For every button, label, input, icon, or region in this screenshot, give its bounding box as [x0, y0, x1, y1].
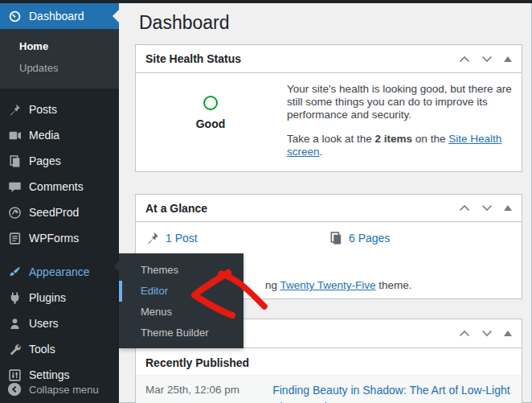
- comment-bubble-icon: [6, 179, 23, 195]
- move-up-icon[interactable]: [459, 204, 470, 212]
- sidebar-item-seedprod[interactable]: SeedProd: [0, 199, 119, 225]
- site-health-panel-header[interactable]: Site Health Status: [136, 45, 522, 73]
- wrench-icon: [6, 341, 23, 357]
- wordpress-admin-window: Dashboard Home Updates Posts Media: [0, 0, 532, 403]
- sidebar-item-media[interactable]: Media: [0, 122, 119, 148]
- sidebar-item-label: Users: [29, 317, 59, 330]
- panel-controls: [459, 56, 512, 63]
- move-down-icon[interactable]: [481, 330, 493, 337]
- move-up-icon[interactable]: [459, 330, 470, 337]
- collapse-menu-button[interactable]: Collapse menu: [0, 377, 119, 401]
- site-health-panel: Site Health Status Good Your site's heal…: [135, 44, 522, 172]
- sidebar-item-label: Posts: [29, 103, 57, 116]
- published-post-row: Mar 25th, 12:06 pm Finding Beauty in Sha…: [136, 375, 522, 403]
- wpforms-icon: [6, 230, 23, 246]
- collapse-panel-icon[interactable]: [504, 331, 512, 336]
- glance-pages-item: 6 Pages: [329, 228, 512, 248]
- pushpin-icon: [145, 231, 160, 245]
- health-good-circle-icon: [203, 96, 218, 110]
- posts-count-link[interactable]: 1 Post: [166, 232, 198, 245]
- sidebar-item-home[interactable]: Home: [0, 35, 119, 57]
- site-health-cta: Take a look at the 2 items on the Site H…: [287, 133, 512, 158]
- sidebar-item-label: Comments: [29, 180, 84, 193]
- at-a-glance-panel-header[interactable]: At a Glance: [136, 195, 522, 222]
- flyout-item-menus[interactable]: Menus: [119, 302, 243, 323]
- sidebar-item-tools[interactable]: Tools: [0, 336, 119, 362]
- site-health-status: Good: [145, 83, 276, 158]
- health-status-label: Good: [196, 117, 226, 130]
- flyout-item-themes[interactable]: Themes: [119, 260, 243, 281]
- dashboard-gauge-icon: [6, 8, 23, 24]
- glance-posts-item: 1 Post: [145, 228, 329, 248]
- admin-bar-sliver: [0, 0, 532, 3]
- dashboard-submenu: Home Updates: [0, 29, 119, 88]
- cta-text: Take a look at the: [287, 133, 375, 145]
- sidebar-item-pages[interactable]: Pages: [0, 148, 119, 174]
- sidebar-item-wpforms[interactable]: WPForms: [0, 225, 119, 251]
- move-down-icon[interactable]: [481, 204, 493, 212]
- sidebar-item-label: WPForms: [29, 232, 79, 245]
- sidebar-item-plugins[interactable]: Plugins: [0, 285, 119, 310]
- user-icon: [6, 315, 23, 331]
- theme-link[interactable]: Twenty Twenty-Five: [280, 279, 376, 291]
- sidebar-item-updates[interactable]: Updates: [0, 57, 119, 79]
- sidebar-item-label: Plugins: [29, 291, 66, 304]
- collapse-panel-icon[interactable]: [504, 56, 512, 62]
- site-health-text: Your site's health is looking good, but …: [276, 83, 512, 158]
- collapse-arrow-icon: [6, 381, 23, 397]
- sidebar-item-posts[interactable]: Posts: [0, 97, 119, 122]
- panel-controls: [459, 204, 512, 212]
- sidebar-main-nav: Posts Media Pages Comments: [0, 88, 119, 388]
- admin-sidebar: Dashboard Home Updates Posts Media: [0, 0, 119, 403]
- collapse-menu-label: Collapse menu: [29, 384, 99, 396]
- cta-text: on the: [412, 133, 448, 145]
- theme-version-text: ng Twenty Twenty-Five theme.: [265, 279, 412, 291]
- paintbrush-icon: [6, 264, 23, 280]
- sidebar-item-label: SeedProd: [29, 206, 79, 219]
- active-item-notch: [113, 10, 119, 23]
- post-date: Mar 25th, 12:06 pm: [145, 382, 272, 403]
- post-title-link[interactable]: Finding Beauty in Shadow: The Art of Low…: [272, 382, 512, 403]
- sidebar-item-users[interactable]: Users: [0, 310, 119, 336]
- sidebar-item-label: Dashboard: [29, 10, 84, 23]
- move-down-icon[interactable]: [481, 56, 493, 63]
- theme-text: ng: [265, 279, 280, 291]
- sidebar-item-label: Pages: [29, 154, 61, 167]
- pages-count-link[interactable]: 6 Pages: [349, 232, 390, 245]
- panel-controls: [459, 330, 512, 337]
- sidebar-item-label: Appearance: [29, 265, 90, 278]
- seedprod-leaf-icon: [6, 204, 23, 220]
- recently-published-heading: Recently Published: [136, 348, 522, 375]
- site-health-body: Good Your site's health is looking good,…: [136, 73, 522, 171]
- pushpin-icon: [6, 101, 23, 117]
- panel-title: At a Glance: [145, 202, 207, 215]
- cta-items-count: 2 items: [375, 133, 413, 145]
- pages-icon: [6, 153, 23, 169]
- media-icon: [6, 127, 23, 143]
- flyout-item-theme-builder[interactable]: Theme Builder: [119, 323, 243, 343]
- theme-text: theme.: [376, 279, 412, 291]
- flyout-notch: [114, 261, 119, 272]
- site-health-description: Your site's health is looking good, but …: [287, 83, 512, 121]
- collapse-panel-icon[interactable]: [504, 205, 512, 211]
- sidebar-item-appearance[interactable]: Appearance: [0, 259, 119, 285]
- flyout-item-editor[interactable]: Editor: [119, 281, 243, 302]
- move-up-icon[interactable]: [459, 56, 470, 63]
- sidebar-item-dashboard[interactable]: Dashboard: [0, 3, 119, 29]
- appearance-flyout-menu: Themes Editor Menus Theme Builder: [119, 253, 243, 348]
- plugin-icon: [6, 290, 23, 306]
- sidebar-item-label: Tools: [29, 343, 55, 356]
- page-title: Dashboard: [139, 11, 522, 34]
- panel-title: Site Health Status: [145, 52, 241, 65]
- sidebar-item-comments[interactable]: Comments: [0, 174, 119, 199]
- sidebar-item-label: Media: [29, 129, 59, 142]
- cta-text: .: [320, 146, 323, 158]
- menu-separator: [0, 251, 119, 259]
- pages-icon: [329, 231, 343, 245]
